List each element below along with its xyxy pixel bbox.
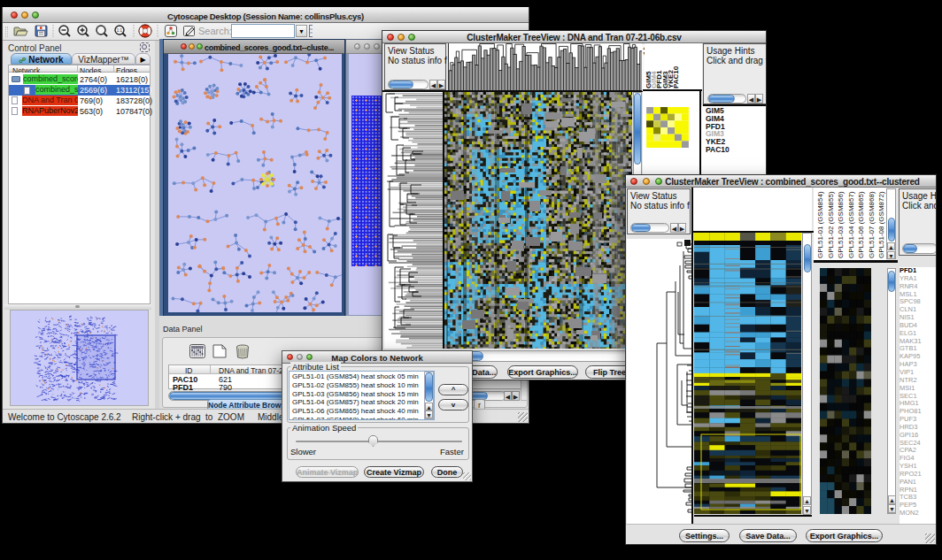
svg-text:GPL51-03 (GSM856): GPL51-03 (GSM856) xyxy=(837,191,845,258)
svg-text:GPL51-08 (GSM872): GPL51-08 (GSM872) xyxy=(877,191,885,258)
svg-text:GPL51-02 (GSM855): GPL51-02 (GSM855) xyxy=(827,191,835,258)
svg-text:1:1: 1:1 xyxy=(117,28,123,33)
svg-text:PAC10: PAC10 xyxy=(672,65,680,88)
svg-text:GPL51-06 (GSM865): GPL51-06 (GSM865) xyxy=(857,191,865,258)
svg-text:GPL51-04 (GSM857): GPL51-04 (GSM857) xyxy=(847,191,855,258)
svg-text:GPL51-07 (GSM868): GPL51-07 (GSM868) xyxy=(868,191,876,258)
svg-text:GPL51-01 (GSM854): GPL51-01 (GSM854) xyxy=(816,191,824,258)
